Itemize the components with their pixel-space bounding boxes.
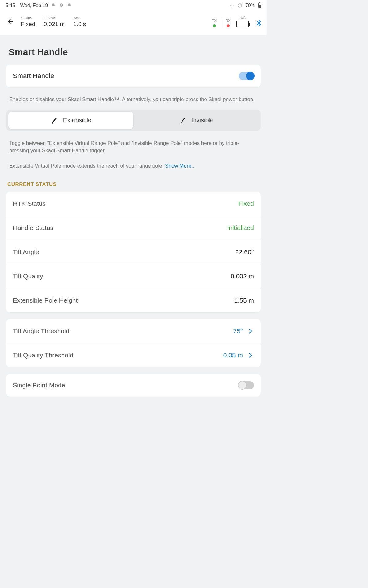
rx-label: RX: [225, 19, 231, 23]
rtk-status-label: RTK Status: [13, 200, 46, 207]
tilt-quality-threshold-label: Tilt Quality Threshold: [13, 352, 73, 359]
row-handle-status: Handle Status Initialized: [6, 216, 261, 240]
tx-indicator: TX: [212, 19, 217, 27]
tilt-angle-threshold-label: Tilt Angle Threshold: [13, 327, 69, 335]
row-rtk-status: RTK Status Fixed: [6, 192, 261, 216]
header-stat-status: Status Fixed: [21, 16, 35, 28]
segmented-help: Toggle between "Extensible Virtual Range…: [6, 135, 261, 176]
thresholds-card: Tilt Angle Threshold 75° Tilt Quality Th…: [6, 319, 261, 367]
battery-label: N/A: [240, 16, 246, 20]
smart-handle-help: Enables or disables your Skadi Smart Han…: [6, 92, 261, 110]
tilt-quality-threshold-value: 0.05 m: [223, 352, 243, 359]
tilt-quality-label: Tilt Quality: [13, 273, 43, 280]
tilt-angle-threshold-value: 75°: [233, 327, 243, 335]
statusbar-time: 5:45: [6, 3, 15, 8]
smart-handle-row: Smart Handle: [6, 65, 261, 87]
handle-status-value: Initialized: [227, 224, 254, 232]
current-status-header: CURRENT STATUS: [7, 181, 261, 187]
segment-invisible[interactable]: Invisible: [133, 112, 259, 129]
svg-line-1: [238, 4, 241, 7]
segment-extensible-label: Extensible: [63, 117, 91, 124]
extensible-height-value: 1.55 m: [234, 297, 254, 304]
row-tilt-quality-threshold[interactable]: Tilt Quality Threshold 0.05 m: [6, 343, 261, 367]
segment-invisible-label: Invisible: [191, 117, 213, 124]
statusbar-battery-pct: 70%: [245, 3, 255, 8]
smart-handle-label: Smart Handle: [13, 72, 54, 80]
pole-mode-segmented: Extensible Invisible: [6, 110, 261, 131]
row-tilt-quality: Tilt Quality 0.002 m: [6, 264, 261, 288]
app-header: Status Fixed H RMS 0.021 m Age 1.0 s TX …: [0, 11, 267, 35]
rx-indicator: RX: [225, 19, 231, 27]
arrow-left-icon: [6, 17, 15, 26]
row-tilt-angle: Tilt Angle 22.60°: [6, 240, 261, 264]
status-card: RTK Status Fixed Handle Status Initializ…: [6, 192, 261, 312]
battery-icon: [236, 21, 249, 27]
back-button[interactable]: [4, 15, 17, 28]
header-battery: N/A: [236, 16, 249, 27]
location-icon: [59, 3, 64, 8]
tx-dot-icon: [213, 24, 216, 27]
tilt-quality-value: 0.002 m: [231, 273, 254, 280]
svg-point-2: [52, 123, 53, 123]
header-hrms-value: 0.021 m: [44, 21, 65, 28]
single-point-label: Single Point Mode: [13, 382, 65, 389]
header-age-value: 1.0 s: [73, 21, 86, 28]
single-point-toggle[interactable]: [239, 381, 254, 389]
header-stat-age: Age 1.0 s: [73, 16, 86, 28]
smart-handle-toggle[interactable]: [239, 72, 254, 80]
page-title: Smart Handle: [9, 47, 258, 57]
statusbar-date: Wed, Feb 19: [20, 3, 48, 8]
chevron-right-icon: [247, 328, 254, 334]
invisible-pole-icon: [178, 116, 187, 125]
handle-status-label: Handle Status: [13, 224, 53, 232]
smart-handle-card: Smart Handle: [6, 65, 261, 87]
notif-icon: [51, 3, 56, 8]
notif-icon-2: [67, 3, 72, 8]
header-status-value: Fixed: [21, 21, 35, 28]
header-status-label: Status: [21, 16, 35, 20]
rx-dot-icon: [227, 24, 230, 27]
tilt-angle-label: Tilt Angle: [13, 248, 39, 256]
header-age-label: Age: [73, 16, 86, 20]
rtk-status-value: Fixed: [238, 200, 254, 207]
bluetooth-icon[interactable]: [255, 19, 263, 27]
extensible-height-label: Extensible Pole Height: [13, 297, 78, 304]
extensible-pole-icon: [50, 116, 59, 125]
row-extensible-height: Extensible Pole Height 1.55 m: [6, 288, 261, 312]
device-statusbar: 5:45 Wed, Feb 19 70%: [0, 0, 267, 11]
row-tilt-angle-threshold[interactable]: Tilt Angle Threshold 75°: [6, 319, 261, 343]
dnd-icon: [237, 3, 242, 8]
segmented-help-1: Toggle between "Extensible Virtual Range…: [9, 140, 239, 154]
tx-label: TX: [212, 19, 217, 23]
header-stat-hrms: H RMS 0.021 m: [44, 16, 65, 28]
battery-mini-icon: [258, 3, 261, 8]
show-more-link[interactable]: Show More...: [165, 163, 196, 169]
txrx-separator: [221, 19, 221, 27]
tilt-angle-value: 22.60°: [235, 248, 254, 256]
segmented-help-2: Extensible Virtual Pole mode extends the…: [9, 163, 165, 169]
chevron-right-icon: [247, 352, 254, 359]
header-hrms-label: H RMS: [44, 16, 65, 20]
single-point-card: Single Point Mode: [6, 374, 261, 397]
wifi-icon: [229, 3, 234, 8]
row-single-point-mode: Single Point Mode: [6, 374, 261, 397]
segment-extensible[interactable]: Extensible: [8, 112, 133, 129]
